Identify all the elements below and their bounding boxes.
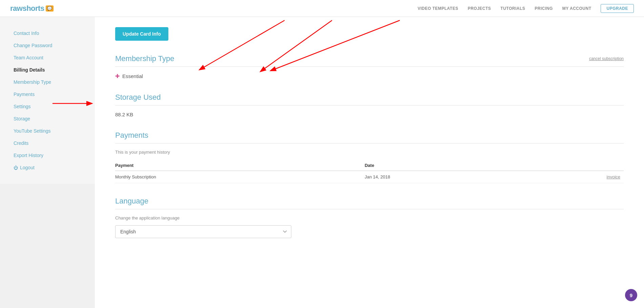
payments-header: Payments xyxy=(115,131,624,143)
sidebar-item-settings[interactable]: Settings xyxy=(0,100,95,113)
storage-header: Storage Used xyxy=(115,93,624,105)
upgrade-button[interactable]: UPGRADE xyxy=(601,4,634,13)
invoice-link[interactable]: invoice xyxy=(607,174,620,179)
payments-section: Payments This is your payment history Pa… xyxy=(115,131,624,183)
payments-title: Payments xyxy=(115,131,148,140)
payments-subtitle: This is your payment history xyxy=(115,150,624,155)
payments-table: Payment Date Monthly Subscription Jan 14… xyxy=(115,160,624,183)
notification-badge: 9 xyxy=(625,289,637,301)
update-card-button[interactable]: Update Card Info xyxy=(115,27,168,41)
payments-col-payment: Payment xyxy=(115,160,365,171)
cancel-subscription-link[interactable]: cancel subscription xyxy=(589,56,624,61)
sidebar-nav: Contact Info Change Password Team Accoun… xyxy=(0,27,95,174)
membership-section: Membership Type cancel subscription ✚ Es… xyxy=(115,54,624,79)
sidebar-item-logout[interactable]: ⏻ Logout xyxy=(0,161,95,174)
storage-section: Storage Used 88.2 KB xyxy=(115,93,624,117)
language-header: Language xyxy=(115,197,624,209)
nav-links: VIDEO TEMPLATES PROJECTS TUTORIALS PRICI… xyxy=(418,4,634,13)
language-select[interactable]: English xyxy=(115,225,291,238)
main-content: Update Card Info Membership Type cancel … xyxy=(95,17,644,308)
table-row: Monthly Subscription Jan 14, 2018 invoic… xyxy=(115,171,624,183)
sidebar-item-team-account[interactable]: Team Account xyxy=(0,52,95,64)
badge-value: 9 xyxy=(630,292,632,298)
membership-plan-row: ✚ Essential xyxy=(115,73,624,79)
storage-value: 88.2 KB xyxy=(115,112,624,117)
language-subtitle: Change the application language xyxy=(115,215,624,220)
nav-pricing[interactable]: PRICING xyxy=(535,6,553,11)
sidebar-item-change-password[interactable]: Change Password xyxy=(0,39,95,52)
logo-icon: 💬 xyxy=(46,5,54,12)
sidebar-item-contact-info[interactable]: Contact Info xyxy=(0,27,95,39)
nav-video-templates[interactable]: VIDEO TEMPLATES xyxy=(418,6,458,11)
sidebar-item-youtube-settings[interactable]: YouTube Settings xyxy=(0,125,95,137)
language-section: Language Change the application language… xyxy=(115,197,624,238)
payment-date: Jan 14, 2018 xyxy=(365,171,527,183)
sidebar-item-storage[interactable]: Storage xyxy=(0,113,95,125)
essential-icon: ✚ xyxy=(115,73,120,79)
logo[interactable]: rawshorts 💬 xyxy=(10,4,54,13)
top-navigation: rawshorts 💬 VIDEO TEMPLATES PROJECTS TUT… xyxy=(0,0,644,17)
nav-tutorials[interactable]: TUTORIALS xyxy=(500,6,525,11)
membership-plan: Essential xyxy=(122,73,143,79)
sidebar-item-payments[interactable]: Payments xyxy=(0,88,95,100)
membership-header: Membership Type cancel subscription xyxy=(115,54,624,67)
sidebar-item-membership-type[interactable]: Membership Type xyxy=(0,76,95,88)
storage-title: Storage Used xyxy=(115,93,161,102)
payments-col-action xyxy=(527,160,624,171)
sidebar-item-credits[interactable]: Credits xyxy=(0,137,95,149)
logo-text: rawshorts xyxy=(10,4,44,13)
payments-col-date: Date xyxy=(365,160,527,171)
nav-projects[interactable]: PROJECTS xyxy=(468,6,491,11)
logout-label: Logout xyxy=(20,165,35,170)
sidebar-item-export-history[interactable]: Export History xyxy=(0,149,95,161)
membership-title: Membership Type xyxy=(115,54,174,63)
payments-table-header-row: Payment Date xyxy=(115,160,624,171)
sidebar-wrapper: Contact Info Change Password Team Accoun… xyxy=(0,17,95,308)
nav-my-account[interactable]: MY ACCOUNT xyxy=(562,6,591,11)
sidebar: Contact Info Change Password Team Accoun… xyxy=(0,17,95,184)
payment-action: invoice xyxy=(527,171,624,183)
page-layout: Contact Info Change Password Team Accoun… xyxy=(0,17,644,308)
power-icon: ⏻ xyxy=(14,165,18,170)
sidebar-item-billing-details[interactable]: Billing Details xyxy=(0,64,95,76)
payment-name: Monthly Subscription xyxy=(115,171,365,183)
language-title: Language xyxy=(115,197,148,206)
